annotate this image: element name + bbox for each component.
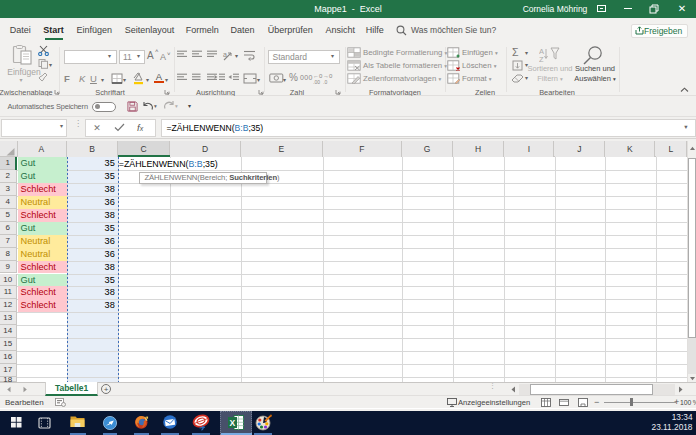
svg-text:a: a xyxy=(223,51,227,58)
svg-text:X: X xyxy=(229,417,235,427)
svg-text:.0: .0 xyxy=(323,79,327,85)
svg-text:Z: Z xyxy=(539,55,544,63)
svg-text:.00: .00 xyxy=(313,79,320,85)
